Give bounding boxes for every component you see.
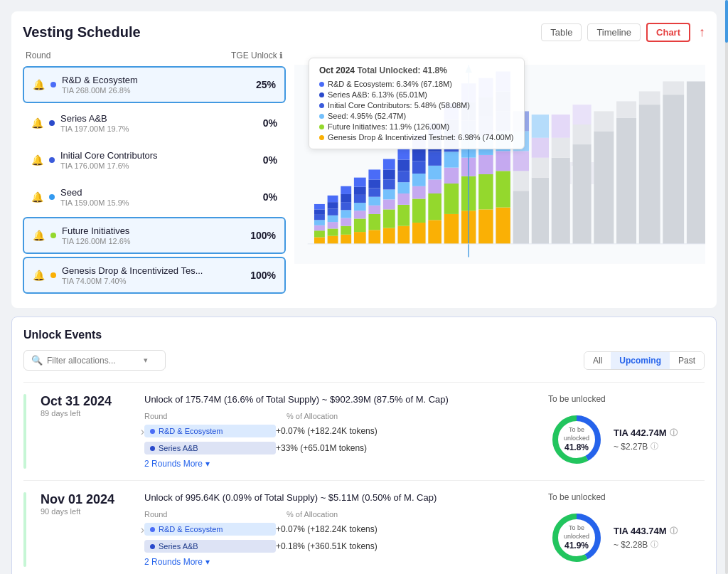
unlock-events-title: Unlock Events [23, 329, 705, 341]
round-item-rd5[interactable]: 🔔 Future Initiatives TIA 126.00M 12.6% 1… [23, 217, 286, 254]
badge-dot [150, 544, 155, 549]
tooltip-item-4: Seed: 4.95% (52.47M) [319, 112, 514, 120]
tbu-amount: TIA 442.74M ⓘ [614, 427, 678, 438]
svg-rect-9 [328, 236, 338, 244]
round-dot [50, 82, 56, 87]
col-round-label: Round [144, 510, 287, 519]
round-dot [49, 157, 55, 163]
col-pct-label: % of Allocation [287, 412, 548, 420]
filter-tab-upcoming[interactable]: Upcoming [611, 352, 670, 369]
svg-rect-36 [368, 169, 380, 179]
event-round-row-1: R&D & Ecosystem +0.07% (+182.24K tokens) [144, 425, 548, 437]
info-icon[interactable]: ⓘ [651, 441, 658, 452]
tab-chart[interactable]: Chart [646, 23, 690, 42]
badge-dot [150, 527, 155, 532]
svg-rect-27 [354, 195, 366, 203]
round-item-rd1[interactable]: 🔔 R&D & Ecosystem TIA 268.00M 26.8% 25% [23, 66, 286, 103]
bell-icon[interactable]: 🔔 [31, 117, 43, 129]
svg-rect-13 [328, 208, 338, 215]
svg-rect-40 [383, 189, 395, 199]
main-content: Round TGE Unlock ℹ 🔔 R&D & Ecosystem TIA… [23, 51, 705, 297]
svg-rect-113 [616, 101, 636, 117]
round-item-rd2[interactable]: 🔔 Series A&B TIA 197.00M 19.7% 0% [23, 106, 286, 140]
svg-rect-116 [663, 95, 684, 244]
round-sub: TIA 159.00M 15.9% [60, 198, 129, 207]
event-round-pct: +33% (+65.01M tokens) [276, 443, 367, 453]
svg-rect-42 [383, 169, 395, 179]
round-pct: 0% [263, 117, 277, 129]
svg-rect-115 [639, 91, 660, 105]
info-icon[interactable]: ⓘ [670, 526, 678, 536]
svg-rect-62 [428, 152, 441, 166]
tbu-usd: ~ $2.28B ⓘ [614, 539, 678, 550]
round-item-rd4[interactable]: 🔔 Seed TIA 159.00M 15.9% 0% [23, 180, 286, 214]
tooltip-item-5: Future Initiatives: 11.9% (126.00M) [319, 122, 514, 131]
svg-rect-65 [444, 214, 459, 244]
up-arrow-icon: ↑ [699, 25, 705, 40]
svg-rect-59 [428, 193, 441, 220]
event-round-row-2: Series A&B +0.18% (+360.51K tokens) [144, 540, 548, 553]
round-dot [50, 272, 56, 278]
svg-rect-55 [412, 161, 426, 174]
view-tabs: Table Timeline Chart ↑ [541, 23, 705, 42]
round-left: 🔔 R&D & Ecosystem TIA 268.00M 26.8% [33, 75, 138, 95]
round-sub: TIA 197.00M 19.7% [60, 124, 129, 133]
svg-rect-14 [328, 202, 338, 208]
bell-icon[interactable]: 🔔 [33, 79, 45, 90]
chart-area: Oct 2024 Total Unlocked: 41.8% R&D & Eco… [294, 51, 705, 297]
tab-table[interactable]: Table [541, 23, 582, 41]
bell-icon[interactable]: 🔔 [33, 230, 45, 241]
tbu-values-1: TIA 442.74M ⓘ ~ $2.27B ⓘ [614, 427, 678, 452]
svg-rect-19 [341, 210, 351, 218]
event-details-2: Unlock of 995.64K (0.09% of Total Supply… [144, 492, 548, 567]
event-round-row-1: R&D & Ecosystem +0.07% (+182.24K tokens) [144, 523, 548, 536]
tooltip-item-2: Series A&B: 6.13% (65.01M) [319, 90, 514, 99]
svg-rect-8 [314, 204, 325, 209]
event-date: Oct 31 2024 [41, 394, 133, 409]
event-details-1: Unlock of 175.74M (16.6% of Total Supply… [144, 394, 548, 469]
svg-rect-39 [383, 199, 395, 209]
tge-info-icon: ℹ [279, 51, 283, 60]
bell-icon[interactable]: 🔔 [33, 270, 45, 281]
info-icon[interactable]: ⓘ [651, 539, 658, 550]
round-pct: 25% [256, 79, 276, 90]
round-item-rd3[interactable]: 🔔 Initial Core Contributors TIA 176.00M … [23, 143, 286, 177]
svg-rect-38 [383, 209, 395, 228]
scrollbar[interactable] [725, 0, 728, 574]
filter-tab-all[interactable]: All [584, 352, 611, 369]
filter-allocations-input[interactable] [47, 356, 139, 366]
round-sub: TIA 176.00M 17.6% [60, 161, 158, 170]
scrollbar-thumb [725, 0, 728, 43]
event-round-row-2: Series A&B +33% (+65.01M tokens) [144, 442, 548, 455]
bell-icon[interactable]: 🔔 [31, 191, 43, 203]
event-round-pct: +0.18% (+360.51K tokens) [276, 541, 378, 551]
info-icon[interactable]: ⓘ [670, 427, 678, 438]
svg-rect-45 [397, 205, 410, 226]
filter-input-wrap[interactable]: 🔍 ▾ [23, 350, 166, 371]
svg-rect-22 [341, 186, 351, 194]
svg-rect-41 [383, 179, 395, 189]
rounds-more-2[interactable]: 2 Rounds More ▾ [144, 557, 548, 567]
tab-timeline[interactable]: Timeline [587, 23, 641, 41]
rounds-more-1[interactable]: 2 Rounds More ▾ [144, 459, 548, 469]
round-badge-series: Series A&B [144, 540, 276, 553]
bell-icon[interactable]: 🔔 [31, 154, 43, 166]
svg-rect-104 [552, 158, 570, 244]
filter-tab-past[interactable]: Past [670, 352, 704, 369]
tooltip-item-3: Initial Core Contributors: 5.48% (58.08M… [319, 101, 514, 110]
round-badge-series: Series A&B [144, 442, 276, 455]
svg-rect-60 [428, 179, 441, 193]
chart-tooltip: Oct 2024 Total Unlocked: 41.8% R&D & Eco… [309, 58, 525, 149]
svg-rect-17 [341, 226, 351, 235]
to-be-unlocked-2: To be unlocked To be unlocked 41 [548, 492, 705, 567]
svg-rect-48 [397, 171, 410, 182]
filter-bar: 🔍 ▾ All Upcoming Past [23, 350, 705, 371]
svg-rect-44 [397, 226, 410, 244]
svg-rect-11 [328, 222, 338, 228]
svg-rect-53 [412, 186, 426, 199]
svg-rect-21 [341, 194, 351, 202]
chevron-down-icon: ▾ [205, 557, 210, 567]
round-col-label: Round [26, 51, 50, 60]
tooltip-item-6: Genesis Drop & Incentivized Testnet: 6.9… [319, 133, 514, 142]
round-item-rd6[interactable]: 🔔 Genesis Drop & Incentivized Tes... TIA… [23, 257, 286, 294]
